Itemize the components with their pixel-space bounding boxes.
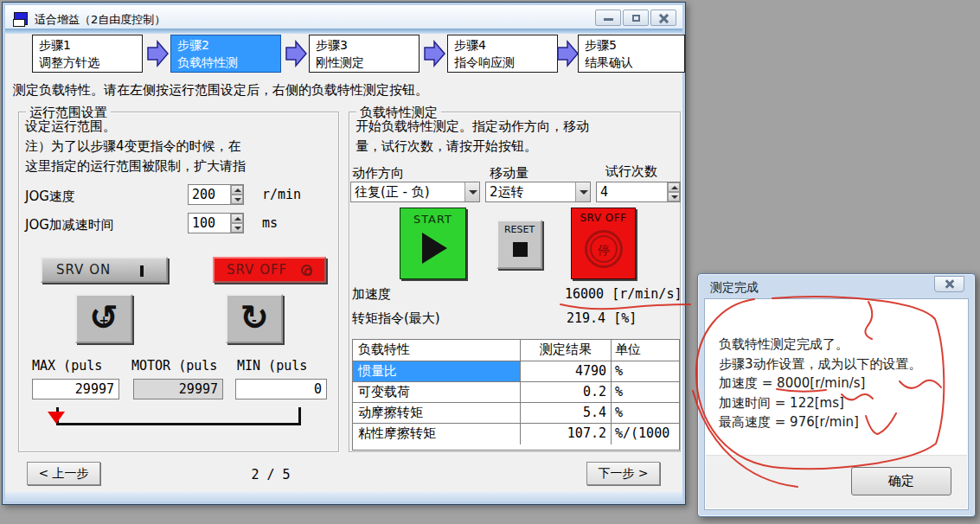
- dialog-line: 负载特性测定完成了。: [719, 335, 922, 355]
- accel-value: 16000 [r/min/s]: [565, 286, 682, 302]
- dialog-line: 加速时间 = 122[ms]: [719, 393, 922, 413]
- tab-step1[interactable]: 步骤1调整方针选: [32, 35, 143, 73]
- step-arrow-icon: [146, 40, 169, 67]
- tab-step5[interactable]: 步骤5结果确认: [578, 35, 685, 73]
- measure-desc-line: 开始负载特性测定。指定动作方向，移动: [355, 118, 589, 135]
- position-slider-track[interactable]: [56, 423, 301, 425]
- minimize-button[interactable]: [595, 10, 621, 26]
- max-pos-input[interactable]: 29997: [32, 379, 119, 399]
- stop-ring-icon: 停: [585, 230, 623, 268]
- title-bar: 适合增益（2自由度控制）: [5, 5, 682, 29]
- spin-down-icon[interactable]: [668, 192, 680, 201]
- spin-up-icon[interactable]: [231, 214, 243, 223]
- torque-value: 219.4 [%]: [567, 310, 637, 326]
- minimize-icon: [604, 18, 613, 21]
- chevron-down-icon[interactable]: [464, 182, 479, 201]
- chevron-down-icon[interactable]: [575, 182, 590, 201]
- tab-step4[interactable]: 步骤4指令响应测: [447, 35, 558, 73]
- adaptive-gain-window: 适合增益（2自由度控制） 步骤1调整方针选 步骤2负载特性测 步骤3刚性测定 步…: [2, 2, 686, 505]
- distance-label: 移动量: [490, 165, 528, 182]
- range-desc-line: 注）为了以步骤4变更指令的时候，在: [25, 138, 241, 155]
- table-row[interactable]: 粘性摩擦转矩 107.2 %/(1000: [353, 424, 679, 444]
- stop-square-icon: [513, 242, 528, 257]
- motor-pos-field: 29997: [133, 379, 223, 399]
- table-row[interactable]: 可变载荷 0.2 %: [353, 382, 679, 403]
- spin-up-icon[interactable]: [668, 182, 680, 192]
- min-pos-input[interactable]: 0: [235, 379, 327, 399]
- page-indicator: 2 / 5: [219, 467, 323, 482]
- dialog-body: 负载特性测定完成了。 步骤3动作设置，成为以下的设置。 加速度 = 8000[r…: [704, 298, 969, 510]
- ok-button[interactable]: 确定: [851, 467, 951, 495]
- power-off-indicator-icon: [301, 265, 312, 276]
- direction-select[interactable]: 往复(正 - 负): [350, 182, 480, 202]
- accel-label: 加速度: [352, 286, 391, 303]
- jog-speed-unit: r/min: [262, 187, 301, 202]
- next-step-button[interactable]: 下一步 >: [586, 462, 660, 485]
- step-arrow-icon: [423, 40, 445, 67]
- instruction-text: 测定负载特性。请在左侧按运行范围设定后，右侧的负载特性测定按钮。: [13, 82, 428, 99]
- spin-down-icon[interactable]: [231, 195, 243, 204]
- power-on-indicator-icon: [140, 265, 144, 277]
- spin-down-icon[interactable]: [231, 223, 243, 233]
- jog-accel-input[interactable]: 100: [188, 213, 244, 233]
- jog-cw-button[interactable]: ↻ -: [226, 294, 283, 343]
- srv-on-button[interactable]: SRV ON: [41, 257, 168, 283]
- trials-label: 试行次数: [605, 163, 657, 180]
- torque-label: 转矩指令(最大): [352, 310, 440, 327]
- dialog-footer: 确定: [706, 455, 967, 508]
- reset-button[interactable]: RESET: [496, 220, 542, 269]
- dialog-close-button[interactable]: [934, 276, 964, 292]
- step-arrow-icon: [556, 40, 579, 67]
- title-accent-strip: [5, 29, 682, 34]
- start-button[interactable]: START: [400, 208, 466, 279]
- window-bottom-frame: [5, 492, 682, 502]
- app-icon: [14, 12, 28, 25]
- motor-pos-label: MOTOR (puls: [131, 358, 217, 374]
- dialog-title: 测定完成: [710, 280, 759, 296]
- jog-accel-label: JOG加减速时间: [25, 217, 114, 233]
- direction-label: 动作方向: [352, 165, 404, 182]
- jog-accel-unit: ms: [262, 215, 278, 231]
- trials-input[interactable]: 4: [596, 182, 681, 202]
- max-pos-label: MAX (puls: [32, 358, 102, 374]
- close-button[interactable]: [650, 10, 676, 26]
- slider-right-tick: [298, 407, 301, 425]
- srv-off-stop-button[interactable]: SRV OFF 停: [571, 208, 636, 279]
- measure-desc-line: 量，试行次数，请按开始按钮。: [355, 138, 537, 155]
- slider-marker-icon[interactable]: [48, 412, 65, 424]
- play-icon: [422, 233, 447, 264]
- prev-step-button[interactable]: < 上一步: [27, 462, 100, 485]
- restore-button[interactable]: [623, 10, 649, 26]
- srv-off-button[interactable]: SRV OFF: [213, 257, 326, 283]
- table-row[interactable]: 惯量比 4790 %: [353, 361, 679, 382]
- dialog-line: 加速度 = 8000[r/min/s]: [719, 374, 922, 393]
- spin-up-icon[interactable]: [231, 185, 243, 195]
- step-arrow-icon: [285, 40, 307, 67]
- range-desc-line: 设定运行范围。: [25, 118, 116, 135]
- restore-icon: [632, 15, 640, 22]
- range-desc-line: 这里指定的运行范围被限制，扩大请指: [25, 158, 246, 175]
- window-title: 适合增益（2自由度控制）: [35, 12, 165, 28]
- distance-select[interactable]: 2运转: [485, 182, 591, 202]
- tab-step3[interactable]: 步骤3刚性测定: [309, 35, 420, 73]
- table-row[interactable]: 动摩擦转矩 5.4 %: [353, 403, 679, 424]
- tab-step2-active[interactable]: 步骤2负载特性测: [170, 35, 281, 73]
- jog-speed-label: JOG速度: [25, 189, 75, 205]
- dialog-line: 最高速度 = 976[r/min]: [719, 412, 922, 432]
- jog-speed-input[interactable]: 200: [188, 184, 244, 205]
- load-characteristics-table: 负载特性 测定结果 单位 惯量比 4790 % 可变载荷 0.2 % 动摩擦转矩…: [352, 339, 680, 451]
- jog-ccw-button[interactable]: ↺ +: [75, 294, 132, 343]
- table-header-row: 负载特性 测定结果 单位: [353, 340, 679, 361]
- measure-complete-dialog: 测定完成 负载特性测定完成了。 步骤3动作设置，成为以下的设置。 加速度 = 8…: [697, 273, 976, 517]
- dialog-line: 步骤3动作设置，成为以下的设置。: [719, 355, 922, 374]
- min-pos-label: MIN (puls: [237, 358, 307, 374]
